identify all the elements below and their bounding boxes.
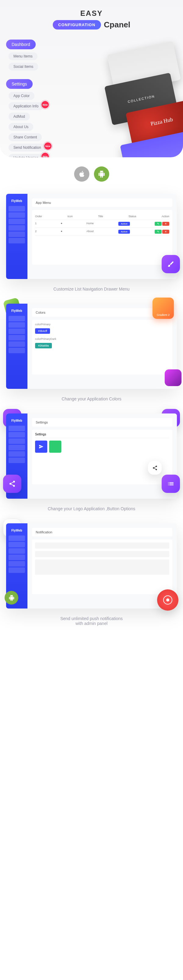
table-row: 2 ● About Active ✎✕ <box>35 228 169 236</box>
sidebar-item[interactable] <box>8 225 25 231</box>
delete-button[interactable]: ✕ <box>162 230 169 234</box>
laptop-mockup: FlyWeb Colors colorPrimary #3b4cff color… <box>6 304 177 389</box>
platform-icons <box>0 166 183 181</box>
share-icon <box>3 475 21 493</box>
panel-title: Notification <box>32 528 172 536</box>
preview-label: COLLECTION <box>127 94 155 104</box>
preview-label: Pizza Hub <box>150 116 173 127</box>
nav-settings[interactable]: Settings <box>6 79 33 89</box>
easy-label: EASY <box>6 9 177 18</box>
section-caption: Customize List Navigation Drawer Menu <box>6 286 177 291</box>
nav-application-info[interactable]: Application InfoNew <box>8 102 43 110</box>
table-header: Order Icon Title Status Action <box>35 213 169 220</box>
color-chip-icon <box>165 369 181 386</box>
laptop-mockup: FlyWeb App Menu Order Icon Title Status … <box>6 194 177 279</box>
edit-button[interactable]: ✎ <box>155 230 162 234</box>
delete-button[interactable]: ✕ <box>162 222 169 226</box>
nav-admod[interactable]: AdMod <box>8 113 30 121</box>
config-row: CONFIGURATION Cpanel <box>6 20 177 30</box>
nav-send-notification[interactable]: Send NotificationNew <box>8 143 46 151</box>
new-badge-icon: New <box>42 101 49 108</box>
hero-section: EASY CONFIGURATION Cpanel Dashbord Menu … <box>0 0 183 157</box>
section-nav-drawer: FlyWeb App Menu Order Icon Title Status … <box>6 194 177 291</box>
section-caption: Change your Logo Application ,Button Opt… <box>6 506 177 511</box>
configuration-badge: CONFIGURATION <box>53 20 101 30</box>
android-icon <box>5 591 18 605</box>
laptop-mockup: FlyWeb Notification <box>6 523 177 609</box>
new-badge-icon: New <box>44 142 51 150</box>
preview-stack: COLLECTION Pizza Hub <box>107 40 183 157</box>
edit-button[interactable]: ✎ <box>155 222 162 226</box>
color-input[interactable]: #3b4cff <box>35 328 50 334</box>
panel-body: Settings <box>32 430 172 484</box>
new-badge-icon: New <box>42 153 49 157</box>
panel-body <box>32 539 172 594</box>
nav-about-us[interactable]: About Us <box>8 123 33 131</box>
sidebar-item[interactable] <box>8 206 25 212</box>
logo-preview <box>35 441 47 453</box>
section-settings: FlyWeb Settings Settings Change your Log… <box>6 414 177 511</box>
nav-social-items[interactable]: Social Items <box>8 63 38 71</box>
hero-title: EASY CONFIGURATION Cpanel <box>6 9 177 30</box>
section-caption: Change your Application Colors <box>6 396 177 401</box>
nav-menu-items[interactable]: Menu Items <box>8 52 37 60</box>
table-row: 1 ● Home Active ✎✕ <box>35 220 169 228</box>
section-notifications: FlyWeb Notification Send unlimited push … <box>6 523 177 638</box>
section-colors: Gradient 2 FlyWeb Colors colorPrimary #3… <box>6 304 177 401</box>
share-alt-icon <box>148 461 162 475</box>
textarea-input[interactable] <box>35 560 169 575</box>
admin-sidebar: FlyWeb <box>6 194 27 279</box>
panel-title: Settings <box>32 418 172 426</box>
panel-title: Colors <box>32 308 172 317</box>
nav-update-version[interactable]: Update VersionNew <box>8 154 43 157</box>
logo-preview <box>49 441 61 453</box>
admin-sidebar: FlyWeb <box>6 304 27 389</box>
panel-body: colorPrimary #3b4cff colorPrimaryDark #2… <box>32 320 172 374</box>
panel-body: Order Icon Title Status Action 1 ● Home … <box>32 210 172 265</box>
text-input[interactable] <box>35 542 169 549</box>
admin-main: App Menu Order Icon Title Status Action … <box>27 194 177 279</box>
admin-main: Settings Settings <box>27 414 177 499</box>
apple-icon <box>74 166 89 181</box>
sidebar-item[interactable] <box>8 232 25 237</box>
touch-icon <box>157 589 178 611</box>
nav-dashboard[interactable]: Dashbord <box>6 40 36 49</box>
color-input[interactable]: #26a69a <box>35 343 52 348</box>
list-icon <box>162 475 180 493</box>
panel-title: App Menu <box>32 198 172 207</box>
sidebar-logo: FlyWeb <box>6 307 27 315</box>
sidebar-logo: FlyWeb <box>6 417 27 425</box>
cpanel-label: Cpanel <box>104 20 130 30</box>
admin-main: Notification <box>27 523 177 609</box>
sidebar-item[interactable] <box>8 212 25 218</box>
nav-menu: Dashbord Menu Items Social Items Setting… <box>6 40 46 157</box>
gradient-card: Gradient 2 <box>152 298 174 319</box>
nav-app-color[interactable]: App Color <box>8 92 34 100</box>
section-caption: Send unlimited push notifications with a… <box>6 616 177 626</box>
sidebar-item[interactable] <box>8 238 25 243</box>
laptop-mockup: FlyWeb Settings Settings <box>6 414 177 499</box>
sidebar-logo: FlyWeb <box>6 527 27 535</box>
android-icon <box>94 166 109 181</box>
nav-share-content[interactable]: Share Content <box>8 133 42 141</box>
text-input[interactable] <box>35 551 169 557</box>
sidebar-logo: FlyWeb <box>6 197 27 205</box>
sidebar-item[interactable] <box>8 219 25 224</box>
brush-icon <box>162 255 180 273</box>
